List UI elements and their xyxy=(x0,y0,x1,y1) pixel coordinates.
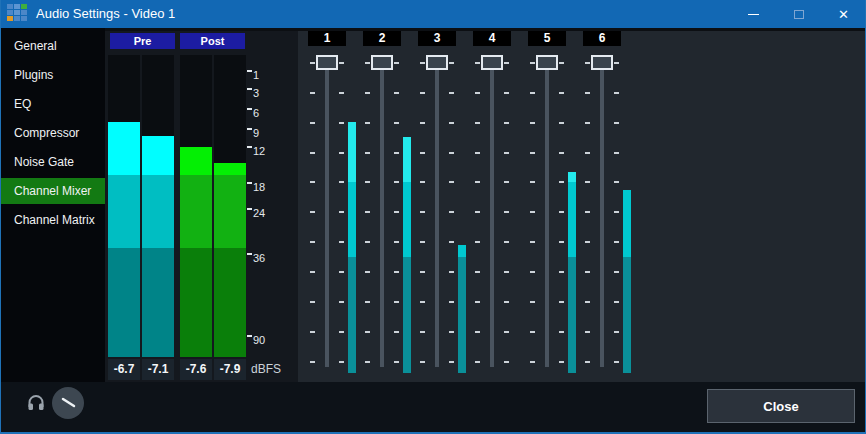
channel-tick xyxy=(394,331,399,333)
channel-tick xyxy=(449,271,454,273)
channel-tick xyxy=(530,92,535,94)
channel-tick xyxy=(365,301,370,303)
channel-tick xyxy=(365,331,370,333)
channel-tick xyxy=(559,301,564,303)
headphone-volume-knob[interactable] xyxy=(52,387,84,419)
channel-slider-handle-1[interactable] xyxy=(316,55,338,70)
channel-slider-track-5[interactable] xyxy=(545,57,549,367)
post-meter-fill xyxy=(214,248,246,357)
channel-slider-handle-5[interactable] xyxy=(536,55,558,70)
close-window-button[interactable]: ✕ xyxy=(821,0,866,28)
channel-number-2: 2 xyxy=(363,31,401,46)
channel-tick xyxy=(449,122,454,124)
scale-tick-12: 12 xyxy=(247,146,265,157)
channel-tick xyxy=(310,241,315,243)
pre-meter-fill xyxy=(142,248,174,357)
channel-tick xyxy=(420,241,425,243)
channel-tick xyxy=(585,361,590,363)
channel-tick xyxy=(310,181,315,183)
channel-meter-5 xyxy=(568,182,576,257)
sidebar-item-eq[interactable]: EQ xyxy=(0,91,105,117)
app-icon-cell xyxy=(21,4,27,9)
channel-tick xyxy=(614,211,619,213)
scale-tick-36: 36 xyxy=(247,253,265,264)
channel-tick xyxy=(449,211,454,213)
channel-tick xyxy=(585,92,590,94)
channel-tick xyxy=(530,301,535,303)
channel-tick xyxy=(614,92,619,94)
scale-tick-label: 24 xyxy=(253,208,265,219)
channel-tick xyxy=(530,211,535,213)
maximize-button xyxy=(776,0,821,28)
scale-tick-label: 1 xyxy=(253,70,259,81)
channel-slider-track-1[interactable] xyxy=(325,57,329,367)
close-button[interactable]: Close xyxy=(707,389,855,423)
channel-tick xyxy=(585,181,590,183)
channel-slider-handle-6[interactable] xyxy=(591,55,613,70)
channel-tick xyxy=(339,361,344,363)
headphones-icon[interactable] xyxy=(26,392,46,412)
channel-tick xyxy=(339,122,344,124)
scale-tick-label: 12 xyxy=(253,146,265,157)
channel-tick xyxy=(449,301,454,303)
channel-tick xyxy=(420,331,425,333)
sidebar-item-general[interactable]: General xyxy=(0,33,105,59)
window-title: Audio Settings - Video 1 xyxy=(36,0,175,28)
close-icon: ✕ xyxy=(838,8,849,21)
channel-tick xyxy=(365,92,370,94)
channel-tick xyxy=(449,361,454,363)
pre-meter-fill xyxy=(108,248,140,357)
scale-tick-label: 3 xyxy=(253,88,259,99)
channel-tick xyxy=(530,241,535,243)
channel-slider-handle-2[interactable] xyxy=(371,55,393,70)
sidebar-item-noise-gate[interactable]: Noise Gate xyxy=(0,149,105,175)
channel-tick xyxy=(394,122,399,124)
channel-number-6: 6 xyxy=(583,31,621,46)
channel-tick xyxy=(585,331,590,333)
channel-tick xyxy=(504,122,509,124)
channel-tick xyxy=(475,241,480,243)
channel-tick xyxy=(365,361,370,363)
channel-slider-track-4[interactable] xyxy=(490,57,494,367)
sidebar: GeneralPluginsEQCompressorNoise GateChan… xyxy=(0,28,105,382)
app-icon-cell xyxy=(14,10,20,15)
channel-tick xyxy=(614,331,619,333)
scale-tick-label: 90 xyxy=(253,335,265,346)
content-panel: Pre Post dBFS 13691218243690-6.7-7.1-7.6… xyxy=(105,28,866,382)
scale-tick-label: 9 xyxy=(253,128,259,139)
channel-tick xyxy=(585,301,590,303)
channel-meter-6 xyxy=(623,190,631,257)
channel-tick xyxy=(530,181,535,183)
scale-tick-mark xyxy=(247,146,252,148)
channel-tick xyxy=(310,301,315,303)
sidebar-item-compressor[interactable]: Compressor xyxy=(0,120,105,146)
minimize-button[interactable] xyxy=(731,0,776,28)
channel-slider-track-6[interactable] xyxy=(600,57,604,367)
channel-tick xyxy=(365,122,370,124)
scale-tick-24: 24 xyxy=(247,208,265,219)
channel-tick xyxy=(614,271,619,273)
channel-number-5: 5 xyxy=(528,31,566,46)
maximize-icon xyxy=(794,10,804,19)
app-icon-cell xyxy=(21,16,27,21)
channel-tick xyxy=(475,211,480,213)
channel-tick xyxy=(504,301,509,303)
channel-tick xyxy=(614,181,619,183)
channel-tick xyxy=(504,361,509,363)
channel-tick xyxy=(559,211,564,213)
channel-tick xyxy=(339,301,344,303)
sidebar-item-channel-matrix[interactable]: Channel Matrix xyxy=(0,207,105,233)
sidebar-item-channel-mixer[interactable]: Channel Mixer xyxy=(0,178,105,204)
pre-meter-fill xyxy=(142,136,174,175)
sidebar-item-plugins[interactable]: Plugins xyxy=(0,62,105,88)
channel-meter-1 xyxy=(348,257,356,373)
channel-tick xyxy=(310,122,315,124)
window-controls: ✕ xyxy=(731,0,866,28)
channel-slider-track-2[interactable] xyxy=(380,57,384,367)
minimize-icon xyxy=(748,14,759,15)
channel-slider-track-3[interactable] xyxy=(435,57,439,367)
channel-slider-handle-3[interactable] xyxy=(426,55,448,70)
channel-tick xyxy=(449,152,454,154)
channel-tick xyxy=(394,92,399,94)
channel-slider-handle-4[interactable] xyxy=(481,55,503,70)
